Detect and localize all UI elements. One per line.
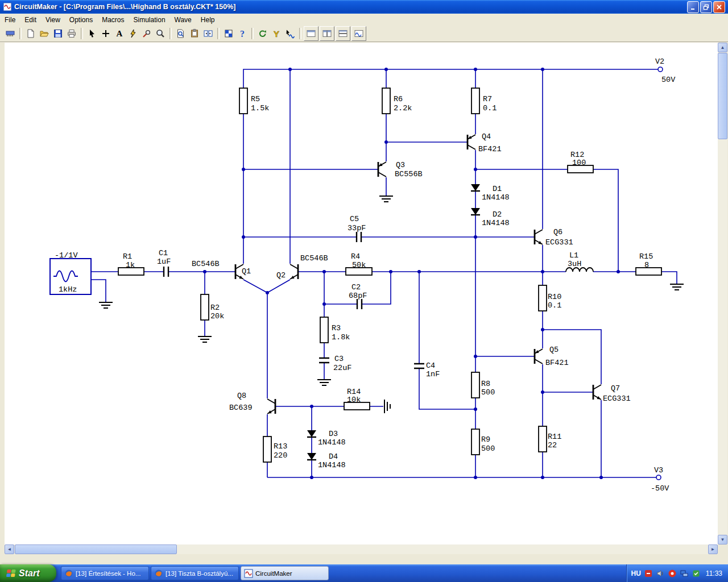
terminal-V2[interactable]: [658, 67, 663, 72]
horizontal-scroll-thumb[interactable]: [15, 544, 177, 554]
probe-tool-icon[interactable]: [140, 27, 154, 40]
toolbar-separator: [217, 28, 220, 39]
resistor-R8[interactable]: [471, 372, 479, 398]
ground-symbol[interactable]: [384, 400, 390, 413]
restore-button[interactable]: [700, 1, 712, 13]
svg-text:50k: 50k: [352, 261, 366, 269]
transistor-Q6[interactable]: [535, 230, 543, 244]
taskbar-item-browser-1[interactable]: [13] Értesítések - Ho...: [61, 566, 149, 580]
vertical-scroll-thumb[interactable]: [718, 53, 727, 139]
digital-grid-icon[interactable]: [222, 27, 235, 40]
close-button[interactable]: [713, 1, 725, 13]
open-folder-icon[interactable]: [38, 27, 51, 40]
transistor-Q8[interactable]: [267, 399, 275, 414]
menu-wave[interactable]: Wave: [170, 15, 196, 25]
toolbar-separator: [19, 28, 22, 39]
ground-symbol[interactable]: [198, 336, 212, 342]
tray-volume-icon[interactable]: [656, 569, 665, 578]
ground-symbol[interactable]: [379, 196, 393, 202]
wires[interactable]: [91, 69, 677, 477]
diode-D4[interactable]: [307, 453, 316, 460]
tray-network-icon[interactable]: [680, 569, 689, 578]
capacitor-C2[interactable]: [357, 299, 362, 309]
resistor-R11[interactable]: [539, 426, 547, 452]
capacitor-C1[interactable]: [164, 267, 168, 277]
taskbar-item-browser-2[interactable]: [13] Tiszta B-osztályú...: [151, 566, 239, 580]
menu-view[interactable]: View: [41, 15, 65, 25]
schematic-canvas[interactable]: V2 50V V3 -50V -1/1V 1kHz R51.5k R62.2k …: [5, 43, 718, 544]
resistor-R7[interactable]: [471, 88, 479, 114]
transistor-Q7[interactable]: [593, 385, 601, 400]
capacitor-C5[interactable]: [357, 232, 361, 242]
vertical-scrollbar[interactable]: ▲ ▼: [718, 43, 727, 544]
svg-text:BC546B: BC546B: [192, 260, 220, 268]
horizontal-scrollbar[interactable]: ◄ ►: [5, 544, 718, 554]
scope-window-icon-3[interactable]: [336, 26, 350, 41]
rotate-icon[interactable]: [256, 27, 270, 40]
diode-D2[interactable]: [471, 208, 480, 215]
menu-help[interactable]: Help: [196, 15, 220, 25]
menu-simulation[interactable]: Simulation: [129, 15, 170, 25]
transistor-Q2[interactable]: [290, 264, 298, 279]
capacitor-C3[interactable]: [319, 358, 329, 363]
tray-red-icon[interactable]: [644, 569, 653, 578]
diode-D1[interactable]: [471, 184, 480, 191]
resistor-R13[interactable]: [263, 436, 271, 462]
terminal-V3[interactable]: [656, 475, 661, 480]
scope-window-icon-2[interactable]: [320, 26, 334, 41]
save-icon[interactable]: [51, 27, 65, 40]
tray-green-icon[interactable]: [692, 569, 701, 578]
language-indicator[interactable]: HU: [631, 569, 641, 577]
resistor-R3[interactable]: [320, 317, 328, 343]
scroll-up-button[interactable]: ▲: [718, 43, 727, 52]
help-icon[interactable]: ?: [235, 27, 249, 40]
start-button[interactable]: Start: [0, 564, 56, 582]
svg-text:R11: R11: [548, 433, 561, 441]
transistor-Q4[interactable]: [468, 135, 475, 149]
split-view-icon[interactable]: [201, 27, 215, 40]
ground-symbol[interactable]: [670, 284, 684, 290]
probe-y-icon[interactable]: Y: [270, 27, 283, 40]
title-bar[interactable]: CircuitMaker - [C:\Program Files\...\Hig…: [0, 0, 728, 14]
tray-alert-icon[interactable]: [668, 569, 677, 578]
label-source: -1/1V: [55, 251, 78, 260]
scope-window-icon-4[interactable]: [351, 26, 366, 41]
resistor-R9[interactable]: [471, 429, 479, 455]
capacitor-C4[interactable]: [414, 364, 424, 368]
text-tool-icon[interactable]: A: [113, 27, 126, 40]
socket-icon[interactable]: [3, 27, 17, 40]
scope-window-icon-1[interactable]: [304, 26, 318, 41]
menu-macros[interactable]: Macros: [97, 15, 129, 25]
label-V2: V2: [655, 57, 664, 66]
svg-text:Q3: Q3: [396, 161, 405, 169]
zoom-tool-icon[interactable]: [154, 27, 167, 40]
new-document-icon[interactable]: [24, 27, 38, 40]
print-icon[interactable]: [65, 27, 78, 40]
taskbar-clock[interactable]: 11:33: [706, 569, 722, 577]
board-copy-icon[interactable]: [188, 27, 201, 40]
cursor-icon[interactable]: [85, 27, 99, 40]
taskbar-item-circuitmaker[interactable]: CircuitMaker: [241, 566, 329, 580]
diode-D3[interactable]: [307, 430, 316, 437]
scroll-right-button[interactable]: ►: [708, 544, 718, 554]
menu-edit[interactable]: Edit: [20, 15, 41, 25]
transistor-Q5[interactable]: [535, 349, 543, 364]
resistor-R2[interactable]: [201, 294, 209, 320]
resistor-R5[interactable]: [239, 88, 247, 114]
menu-file[interactable]: File: [0, 15, 20, 25]
scroll-down-button[interactable]: ▼: [718, 535, 727, 544]
ground-symbol[interactable]: [99, 302, 113, 308]
transistor-Q3[interactable]: [378, 162, 386, 177]
delete-zap-icon[interactable]: [126, 27, 140, 40]
zoom-page-icon[interactable]: [174, 27, 188, 40]
scroll-left-button[interactable]: ◄: [5, 544, 14, 554]
run-probe-icon[interactable]: [283, 27, 297, 40]
menu-options[interactable]: Options: [65, 15, 97, 25]
inductor-L1[interactable]: [566, 268, 593, 272]
wire-tool-icon[interactable]: [99, 27, 113, 40]
resistor-R10[interactable]: [539, 285, 547, 311]
minimize-button[interactable]: [687, 1, 699, 13]
ground-symbol[interactable]: [317, 380, 331, 385]
svg-text:C4: C4: [426, 361, 435, 370]
resistor-R6[interactable]: [382, 88, 390, 114]
